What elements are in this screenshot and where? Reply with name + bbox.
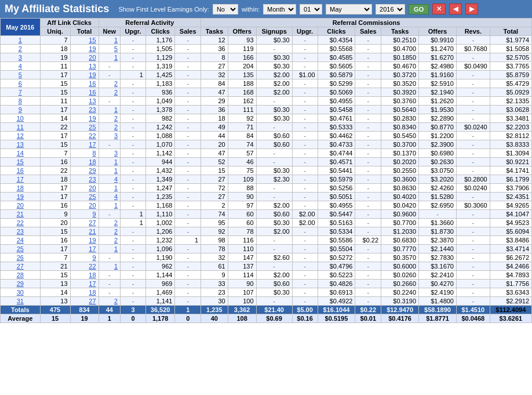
cell[interactable]: 1 [99,106,120,114]
day-link[interactable]: 29 [1,280,41,288]
cell: $2.60 [256,253,292,262]
day-link[interactable]: 22 [1,219,41,227]
cell: $5.6094 [490,227,531,236]
day-link[interactable]: 2 [1,45,41,53]
cell[interactable]: 1 [99,158,120,166]
average-cell: $3.6261 [490,314,531,323]
cell[interactable]: 27 [70,297,99,306]
cell[interactable]: 8 [70,149,99,158]
cell[interactable]: 23 [70,106,99,114]
within-select[interactable]: Month Week Day Year [263,4,296,15]
cell[interactable]: 18 [70,158,99,166]
cell[interactable]: 17 [70,140,99,149]
day-link[interactable]: 3 [1,53,41,62]
go-button[interactable]: GO [409,4,429,15]
day-link[interactable]: 4 [1,62,41,71]
cell[interactable]: 3 [99,149,120,158]
close-button[interactable]: ✕ [432,3,446,15]
cell[interactable]: 16 [70,79,99,88]
cell[interactable]: 22 [70,262,99,271]
cell: 17 [40,71,70,79]
cell: 7 [40,149,70,158]
cell[interactable]: 1 [99,262,120,271]
cell[interactable]: 25 [70,193,99,201]
day-link[interactable]: 15 [1,158,41,166]
cell[interactable]: 1 [99,184,120,193]
cell[interactable]: 2 [99,236,120,245]
day-link[interactable]: 8 [1,97,41,106]
day-link[interactable]: 18 [1,184,41,193]
cell[interactable]: 17 [70,245,99,253]
day-link[interactable]: 20 [1,201,41,210]
day-link[interactable]: 6 [1,79,41,88]
cell: 18 [201,114,228,123]
day-link[interactable]: 28 [1,271,41,280]
month-select[interactable]: May January February March April June Ju… [326,4,372,15]
day-link[interactable]: 1 [1,36,41,45]
day-link[interactable]: 7 [1,88,41,97]
prev-button[interactable]: ◀ [449,3,462,15]
cell[interactable]: 15 [70,36,99,45]
cell[interactable]: 16 [70,88,99,97]
cell[interactable]: 1 [99,36,120,45]
cell[interactable]: 25 [70,123,99,132]
cell[interactable]: 20 [70,53,99,62]
cell[interactable]: 4 [99,193,120,201]
day-link[interactable]: 9 [1,106,41,114]
cell[interactable]: 2 [99,297,120,306]
day-link[interactable]: 25 [1,245,41,253]
year-select[interactable]: 2016 [376,4,405,15]
day-link[interactable]: 19 [1,193,41,201]
day-link[interactable]: 12 [1,132,41,140]
cell[interactable]: 19 [70,236,99,245]
cell[interactable]: 23 [70,175,99,184]
cell[interactable]: 18 [70,271,99,280]
cell[interactable]: 2 [99,88,120,97]
day-link[interactable]: 16 [1,166,41,175]
day-link[interactable]: 23 [1,227,41,236]
cell: 74 [201,210,228,219]
cell[interactable]: 13 [70,62,99,71]
cell[interactable]: 20 [70,201,99,210]
day-link[interactable]: 10 [1,114,41,123]
cell[interactable]: 20 [70,184,99,193]
day-link[interactable]: 24 [1,236,41,245]
cell[interactable]: 4 [99,175,120,184]
day-link[interactable]: 27 [1,262,41,271]
cell[interactable]: 22 [70,132,99,140]
day-link[interactable]: 11 [1,123,41,132]
cell[interactable]: 2 [99,79,120,88]
cell[interactable]: 1 [99,201,120,210]
cell[interactable]: 19 [70,71,99,79]
cell[interactable]: 1 [99,166,120,175]
next-button[interactable]: ▶ [465,3,478,15]
cell[interactable]: 2 [99,123,120,132]
cell[interactable]: 27 [70,219,99,227]
cell[interactable]: 19 [70,114,99,123]
cell[interactable]: 5 [99,45,120,53]
cell[interactable]: 18 [70,288,99,297]
cell[interactable]: 21 [70,227,99,236]
cell[interactable]: 9 [70,210,99,219]
day-select[interactable]: 01 [300,4,322,15]
cell[interactable]: 2 [99,227,120,236]
cell[interactable]: 1 [99,245,120,253]
day-link[interactable]: 26 [1,253,41,262]
day-link[interactable]: 13 [1,140,41,149]
day-link[interactable]: 14 [1,149,41,158]
day-link[interactable]: 21 [1,210,41,219]
cell[interactable]: 3 [99,132,120,140]
cell[interactable]: 19 [70,45,99,53]
cell[interactable]: 9 [70,253,99,262]
day-link[interactable]: 17 [1,175,41,184]
cell[interactable]: 29 [70,166,99,175]
cell[interactable]: 2 [99,219,120,227]
day-link[interactable]: 30 [1,288,41,297]
day-link[interactable]: 31 [1,297,41,306]
day-link[interactable]: 5 [1,71,41,79]
cell[interactable]: 13 [70,97,99,106]
cell[interactable]: 2 [99,114,120,123]
cell[interactable]: 17 [70,280,99,288]
cell[interactable]: 1 [99,53,120,62]
show-first-level-select[interactable]: No Yes [213,4,238,15]
